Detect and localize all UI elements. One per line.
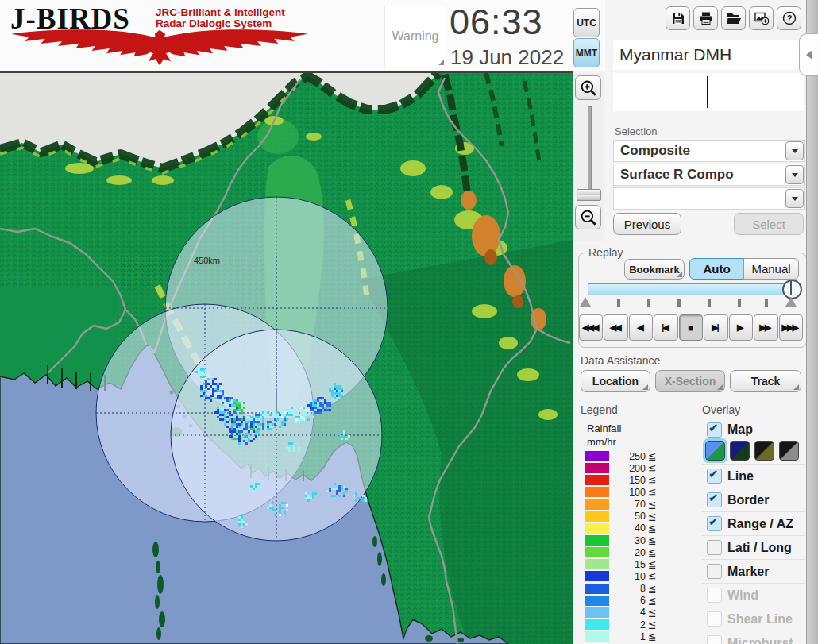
checkbox[interactable] <box>707 635 722 644</box>
playback-skip-forward-fast-button[interactable]: ▶▶▶ <box>779 314 803 341</box>
map-canvas[interactable]: 450km <box>0 73 573 644</box>
chevron-down-icon[interactable] <box>785 165 804 184</box>
rain-echo-pixel <box>231 435 233 438</box>
playback-fast-forward-button[interactable]: ▶▶ <box>754 314 777 341</box>
select-button[interactable]: Select <box>734 213 804 235</box>
rain-echo-pixel <box>365 499 367 502</box>
overlay-item-microburst[interactable]: Microburst <box>702 631 805 644</box>
playback-step-forward-button[interactable]: ▶| <box>704 314 727 341</box>
map-style-swatch[interactable] <box>779 441 799 461</box>
rain-echo-pixel <box>217 383 219 385</box>
map-style-swatch[interactable] <box>754 441 774 461</box>
rain-echo-pixel <box>298 447 300 449</box>
zoom-out-icon <box>579 208 598 227</box>
overlay-item-map[interactable]: Map <box>702 420 804 439</box>
checkbox[interactable] <box>707 611 722 627</box>
rain-echo-pixel <box>312 402 314 404</box>
rain-echo-pixel <box>262 416 264 418</box>
map-style-swatch[interactable] <box>730 441 750 461</box>
panel-edge-strip[interactable] <box>806 0 818 644</box>
open-folder-button[interactable] <box>721 6 746 30</box>
x-section-button[interactable]: X-Section <box>655 370 725 392</box>
playback-play-backward-button[interactable]: ◀ <box>629 314 653 341</box>
checkbox[interactable] <box>707 564 722 579</box>
rain-echo-pixel <box>219 395 222 397</box>
timezone-mmt-button[interactable]: MMT <box>573 38 600 67</box>
rain-echo-pixel <box>231 421 233 423</box>
bookmark-button[interactable]: Bookmark <box>624 259 685 280</box>
zoom-slider-track[interactable] <box>588 106 592 191</box>
checkbox[interactable] <box>707 540 722 555</box>
site-name-box[interactable]: Myanmar DMH <box>613 40 810 70</box>
help-button[interactable]: ? <box>777 6 801 30</box>
replay-slider-track[interactable] <box>588 283 801 295</box>
rain-echo-pixel <box>222 402 224 404</box>
rain-echo-pixel <box>279 514 281 516</box>
chevron-down-icon[interactable] <box>785 141 804 160</box>
rain-echo-pixel <box>231 414 233 416</box>
chevron-down-icon[interactable] <box>785 189 804 208</box>
replay-auto-button[interactable]: Auto <box>689 258 744 280</box>
rain-echo-pixel <box>238 407 241 409</box>
overlay-item-marker[interactable]: Marker <box>702 559 805 583</box>
playback-skip-backward-fast-button[interactable]: ◀◀◀ <box>579 314 603 341</box>
warning-button[interactable]: Warning <box>384 6 446 67</box>
rain-echo-pixel <box>281 414 284 416</box>
rain-echo-pixel <box>272 509 274 511</box>
combo-data-type[interactable]: Composite <box>613 140 805 162</box>
track-button[interactable]: Track <box>730 370 801 392</box>
rain-echo-pixel <box>286 414 288 416</box>
zoom-out-button[interactable] <box>575 205 601 229</box>
playback-stop-button[interactable]: ■ <box>679 314 703 341</box>
checkbox[interactable] <box>707 588 722 603</box>
rain-echo-pixel <box>257 430 260 433</box>
replay-manual-button[interactable]: Manual <box>743 258 799 280</box>
zoom-in-button[interactable] <box>575 75 601 100</box>
rain-echo-pixel <box>284 409 286 411</box>
rain-echo-pixel <box>338 495 341 497</box>
rain-echo-pixel <box>241 514 243 516</box>
combo-product[interactable]: Surface R Compo <box>613 164 805 186</box>
overlay-item-range-az[interactable]: Range / AZ <box>702 511 805 535</box>
rain-echo-pixel <box>286 416 288 418</box>
rain-echo-pixel <box>314 411 317 414</box>
rain-echo-pixel <box>329 409 331 411</box>
rain-echo-pixel <box>260 416 262 418</box>
slider-start-marker[interactable] <box>580 297 591 307</box>
location-button[interactable]: Location <box>581 370 650 392</box>
overlay-item-line[interactable]: Line <box>702 464 805 488</box>
playback-rewind-button[interactable]: ◀◀ <box>604 314 627 341</box>
capture-add-button[interactable] <box>749 6 774 30</box>
header-bar: J-BIRDS JRC-Brilliant & Intelligent Rada… <box>0 0 605 71</box>
map-style-swatch[interactable] <box>705 441 725 461</box>
checkbox[interactable] <box>707 492 722 507</box>
rain-echo-pixel <box>257 483 260 485</box>
checkbox[interactable] <box>707 422 722 438</box>
zoom-slider-handle[interactable] <box>577 189 601 201</box>
rain-echo-pixel <box>338 388 341 390</box>
legend-lte-symbol: ≦ <box>648 595 656 607</box>
playback-step-backward-button[interactable]: |◀ <box>654 314 677 341</box>
rain-echo-pixel <box>255 488 257 490</box>
save-button[interactable] <box>666 6 690 30</box>
panel-collapse-tab[interactable] <box>799 33 818 76</box>
playback-play-forward-button[interactable]: ▶ <box>729 314 753 341</box>
overlay-item-border[interactable]: Border <box>702 488 805 511</box>
rain-echo-pixel <box>214 397 217 399</box>
checkbox[interactable] <box>707 469 722 484</box>
rain-echo-pixel <box>276 411 279 414</box>
rain-echo-pixel <box>203 390 205 392</box>
timezone-utc-button[interactable]: UTC <box>573 8 600 37</box>
map-viewport[interactable]: 450km <box>0 71 573 644</box>
overlay-item-shear-line[interactable]: Shear Line <box>702 607 805 631</box>
rain-echo-pixel <box>291 416 293 418</box>
combo-extra[interactable] <box>613 187 805 210</box>
site-name: Myanmar DMH <box>619 45 731 64</box>
previous-button[interactable]: Previous <box>613 213 681 235</box>
rain-echo-pixel <box>212 390 214 392</box>
slider-end-marker[interactable] <box>785 297 797 307</box>
print-button[interactable] <box>693 6 718 30</box>
overlay-item-lati-long[interactable]: Lati / Long <box>702 535 805 559</box>
overlay-item-wind[interactable]: Wind <box>702 583 805 607</box>
checkbox[interactable] <box>707 516 722 531</box>
